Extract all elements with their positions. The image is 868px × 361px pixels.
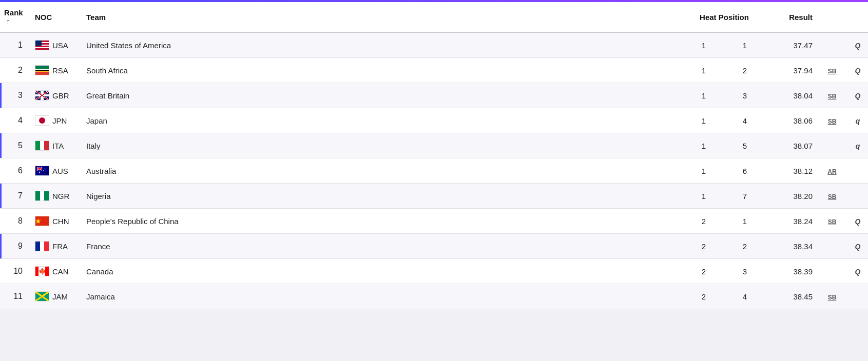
rank-cell: 8	[0, 209, 31, 234]
noc-cell: FRA	[31, 234, 82, 259]
results-table-container: Rank ↑ NOC Team Heat Position Result 1US…	[0, 0, 868, 309]
noc-cell: CHN	[31, 209, 82, 234]
rank-cell: 6	[0, 158, 31, 184]
rank-value: 7	[18, 191, 23, 200]
qual-cell	[847, 284, 868, 309]
noc-cell: AUS	[31, 158, 82, 184]
rank-cell: 9	[0, 234, 31, 259]
noc-cell: JPN	[31, 108, 82, 133]
badge-header	[817, 2, 847, 32]
heat-position-header: Heat Position	[683, 2, 765, 32]
rank-value: 3	[18, 91, 23, 99]
qual-cell: Q	[847, 83, 868, 108]
badge-label: AR	[827, 168, 836, 175]
position-cell: 2	[724, 234, 765, 259]
rank-cell: 7	[0, 184, 31, 209]
noc-header: NOC	[31, 2, 82, 32]
qual-label: q	[856, 142, 860, 150]
noc-cell: NGR	[31, 184, 82, 209]
qual-label: Q	[855, 92, 861, 100]
team-cell: Italy	[82, 133, 683, 158]
result-cell: 38.24	[765, 209, 817, 234]
heat-cell: 1	[683, 58, 724, 83]
noc-code: CHN	[52, 217, 69, 226]
team-header: Team	[82, 2, 683, 32]
noc-code: GBR	[52, 91, 69, 100]
flag-icon	[35, 216, 49, 226]
heat-cell: 2	[683, 284, 724, 309]
rank-cell: 10	[0, 259, 31, 284]
rank-value: 11	[13, 292, 23, 300]
result-cell: 38.34	[765, 234, 817, 259]
rank-value: 4	[18, 116, 23, 125]
noc-cell: ITA	[31, 133, 82, 158]
table-row: 1USAUnited States of America1137.47Q	[0, 32, 868, 58]
position-cell: 5	[724, 133, 765, 158]
noc-cell: JAM	[31, 284, 82, 309]
table-row: 9FRAFrance2238.34Q	[0, 234, 868, 259]
table-row: 10CANCanada2338.39Q	[0, 259, 868, 284]
heat-cell: 1	[683, 158, 724, 184]
result-cell: 38.39	[765, 259, 817, 284]
table-row: 11JAMJamaica2438.45SB	[0, 284, 868, 309]
qual-cell: Q	[847, 234, 868, 259]
flag-icon	[35, 90, 49, 101]
badge-cell: SB	[817, 184, 847, 209]
team-cell: South Africa	[82, 58, 683, 83]
qual-label: Q	[855, 243, 861, 251]
noc-code: JPN	[52, 116, 67, 125]
team-cell: Great Britain	[82, 83, 683, 108]
table-row: 7NGRNigeria1738.20SB	[0, 184, 868, 209]
badge-cell: SB	[817, 108, 847, 133]
badge-cell: SB	[817, 83, 847, 108]
badge-label: SB	[828, 294, 837, 301]
badge-cell	[817, 234, 847, 259]
flag-icon	[35, 291, 49, 302]
heat-cell: 1	[683, 184, 724, 209]
noc-code: CAN	[52, 267, 69, 276]
noc-cell: RSA	[31, 58, 82, 83]
qual-cell: Q	[847, 58, 868, 83]
result-cell: 38.04	[765, 83, 817, 108]
rank-cell: 11	[0, 284, 31, 309]
heat-cell: 1	[683, 32, 724, 58]
position-cell: 3	[724, 259, 765, 284]
result-cell: 38.12	[765, 158, 817, 184]
position-cell: 3	[724, 83, 765, 108]
badge-label: SB	[828, 93, 837, 100]
position-cell: 7	[724, 184, 765, 209]
noc-code: JAM	[52, 292, 68, 301]
table-row: 3GBRGreat Britain1338.04SBQ	[0, 83, 868, 108]
result-cell: 37.47	[765, 32, 817, 58]
noc-cell: GBR	[31, 83, 82, 108]
rank-value: 8	[18, 216, 23, 225]
rank-bar	[0, 184, 2, 208]
heat-cell: 2	[683, 259, 724, 284]
noc-cell: USA	[31, 32, 82, 58]
position-cell: 4	[724, 108, 765, 133]
qual-label: Q	[855, 217, 861, 226]
qual-cell	[847, 158, 868, 184]
heat-cell: 1	[683, 133, 724, 158]
noc-cell: CAN	[31, 259, 82, 284]
badge-label: SB	[828, 218, 837, 226]
heat-cell: 2	[683, 234, 724, 259]
qual-cell: q	[847, 133, 868, 158]
rank-cell: 1	[0, 32, 31, 58]
flag-icon	[35, 241, 49, 251]
rank-cell: 2	[0, 58, 31, 83]
team-cell: Canada	[82, 259, 683, 284]
rank-value: 6	[18, 166, 23, 175]
heat-cell: 2	[683, 209, 724, 234]
rank-cell: 3	[0, 83, 31, 108]
team-cell: United States of America	[82, 32, 683, 58]
rank-header[interactable]: Rank ↑	[0, 2, 31, 32]
position-cell: 4	[724, 284, 765, 309]
rank-bar	[0, 83, 2, 108]
flag-icon	[35, 266, 49, 276]
heat-cell: 1	[683, 108, 724, 133]
qual-cell: Q	[847, 32, 868, 58]
noc-code: AUS	[52, 167, 68, 175]
qual-header	[847, 2, 868, 32]
team-cell: Australia	[82, 158, 683, 184]
